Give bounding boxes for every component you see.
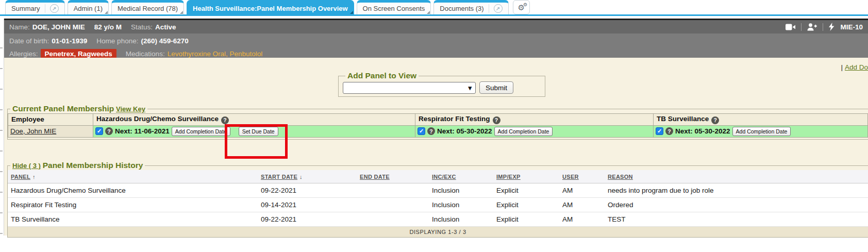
sort-imp-exp-header[interactable]: IMP/EXP	[496, 174, 521, 180]
cell-start: 09-14-2021	[258, 198, 357, 212]
help-icon[interactable]: ?	[665, 127, 673, 135]
history-row: TB Surveillance 09-22-2021 Inclusion Exp…	[8, 212, 868, 227]
status-label: Status:	[131, 23, 153, 31]
pipe-separator: |	[841, 63, 843, 71]
hazardous-set-due-date-button[interactable]: Set Due Date	[239, 127, 278, 136]
cell-imp-exp: Explicit	[493, 212, 559, 227]
respirator-add-completion-date-button[interactable]: Add Completion Date	[494, 127, 553, 136]
view-key-link[interactable]: View Key	[116, 105, 145, 113]
respirator-next-date: 05-30-2022	[457, 127, 492, 135]
history-fieldset: Hide ( 3 ) Panel Membership History PANE…	[7, 161, 868, 238]
hazardous-next-date: 11-06-2021	[135, 127, 170, 135]
chart-tab-bar: Summary ↗ Admin (1) Medical Record (78) …	[0, 0, 868, 16]
column-header-respirator: Respirator Fit Testing?	[415, 114, 654, 126]
respirator-checkbox[interactable]: ✓	[418, 127, 425, 135]
help-icon[interactable]: ?	[105, 127, 113, 135]
sort-start-date-header[interactable]: START DATE	[261, 174, 297, 180]
current-panel-header-row: Employee Hazardous Drug/Chemo Surveillan…	[8, 114, 868, 126]
tab-on-screen-consents[interactable]: On Screen Consents	[357, 0, 431, 14]
tab-health-surveillance[interactable]: Health Surveillance:Panel Membership Ove…	[187, 0, 354, 14]
add-user-icon[interactable]	[807, 23, 817, 31]
tab-medical-record-label: Medical Record (78)	[118, 5, 178, 12]
cell-user: AM	[559, 212, 605, 227]
cell-inc-exc: Inclusion	[429, 183, 493, 198]
respirator-cell: ✓ ? Next: 05-30-2022 Add Completion Date	[415, 125, 654, 137]
tb-next-date: 05-30-2022	[695, 127, 730, 135]
help-icon[interactable]: ?	[221, 116, 229, 124]
tab-settings-button[interactable]: ⚙ ⚙	[513, 0, 530, 14]
cell-inc-exc: Inclusion	[429, 212, 493, 227]
sort-reason-header[interactable]: REASON	[608, 174, 633, 180]
employee-cell: Doe, John MIE	[8, 125, 93, 137]
tab-documents[interactable]: Documents (3) ↗	[433, 0, 508, 14]
cell-panel: Respirator Fit Testing	[8, 198, 258, 212]
cell-imp-exp: Explicit	[493, 183, 559, 198]
sort-up-icon: ↑	[32, 174, 36, 180]
hazardous-checkbox[interactable]: ✓	[95, 127, 103, 135]
hide-history-link[interactable]: Hide ( 3 )	[12, 162, 41, 170]
cell-end	[357, 212, 429, 227]
documents-popout[interactable]: ↗	[489, 4, 503, 13]
left-gutter	[0, 19, 4, 236]
popout-icon: ↗	[50, 4, 59, 13]
column-header-tb: TB Surveillance?	[654, 114, 868, 126]
sort-down-icon: ↓	[299, 174, 303, 180]
tab-summary[interactable]: Summary ↗	[5, 0, 65, 14]
add-panel-select[interactable]: ▾	[343, 82, 476, 94]
chevron-down-icon: ▾	[468, 85, 472, 91]
main-content: |Add Do Add Panel to View ▾ Submit Curre…	[4, 58, 868, 236]
tb-checkbox[interactable]: ✓	[656, 127, 663, 135]
history-table: PANEL↑ START DATE↓ END DATE INC/EXC IMP/…	[8, 170, 868, 237]
paging-status: DISPLAYING 1-3 / 3	[8, 227, 868, 238]
hazardous-cell: ✓ ? Next: 11-06-2021 Add Completion Date…	[93, 125, 415, 137]
cell-start: 09-22-2021	[258, 212, 357, 227]
add-document-row: |Add Do	[841, 63, 868, 71]
history-header-row: PANEL↑ START DATE↓ END DATE INC/EXC IMP/…	[8, 170, 868, 183]
tb-add-completion-date-button[interactable]: Add Completion Date	[732, 127, 791, 136]
divider	[801, 23, 802, 31]
lightning-bolt-icon[interactable]	[829, 23, 834, 31]
cell-inc-exc: Inclusion	[429, 198, 493, 212]
sort-inc-exc-header[interactable]: INC/EXC	[432, 174, 456, 180]
system-id: MIE-10	[840, 23, 863, 31]
history-row: Hazardous Drug/Chemo Surveillance 09-22-…	[8, 183, 868, 198]
tab-documents-label: Documents (3)	[440, 5, 483, 12]
cell-start: 09-22-2021	[258, 183, 357, 198]
patient-name: DOE, JOHN MIE	[32, 23, 85, 31]
cell-end	[357, 183, 429, 198]
help-icon[interactable]: ?	[493, 116, 500, 124]
cell-reason: needs into program due to job role	[605, 183, 868, 198]
cell-panel: TB Surveillance	[8, 212, 258, 227]
medications-label: Medications:	[126, 50, 165, 58]
submit-button[interactable]: Submit	[479, 81, 513, 94]
hazardous-add-completion-date-button[interactable]: Add Completion Date	[172, 127, 230, 136]
cell-end	[357, 198, 429, 212]
tab-on-screen-consents-label: On Screen Consents	[363, 5, 425, 12]
tab-admin[interactable]: Admin (1)	[68, 0, 109, 14]
medications-value[interactable]: Levothyroxine Oral, Penbutolol	[168, 50, 263, 58]
patient-banner-row-1: Name: DOE, JOHN MIE 82 y/o M Status: Act…	[4, 19, 868, 33]
summary-popout[interactable]: ↗	[45, 4, 59, 13]
cell-imp-exp: Explicit	[493, 198, 559, 212]
add-panel-fieldset: Add Panel to View ▾ Submit	[338, 71, 545, 97]
tab-health-surveillance-label: Health Surveillance:Panel Membership Ove…	[193, 5, 348, 12]
history-row: Respirator Fit Testing 09-14-2021 Inclus…	[8, 198, 868, 212]
sort-end-date-header[interactable]: END DATE	[360, 174, 390, 180]
video-camera-icon[interactable]	[786, 24, 795, 30]
patient-phone: (260) 459-6270	[141, 37, 188, 45]
help-icon[interactable]: ?	[711, 116, 719, 124]
current-panel-fieldset: Current Panel Membership View Key Employ…	[7, 104, 868, 140]
tab-medical-record[interactable]: Medical Record (78)	[111, 0, 184, 14]
gears-icon-small: ⚙	[523, 3, 527, 7]
tab-admin-label: Admin (1)	[74, 5, 103, 12]
patient-status: Active	[155, 23, 176, 31]
sort-panel-header[interactable]: PANEL	[11, 174, 30, 180]
allergies-label: Allergies:	[9, 50, 38, 58]
help-icon[interactable]: ?	[427, 127, 435, 135]
current-panel-member-row: Doe, John MIE ✓ ? Next: 11-06-2021 Add C…	[8, 125, 868, 137]
sort-user-header[interactable]: USER	[562, 174, 579, 180]
add-document-link[interactable]: Add Do	[845, 63, 868, 71]
column-header-employee: Employee	[8, 114, 93, 126]
history-legend: Panel Membership History	[43, 161, 143, 170]
employee-link[interactable]: Doe, John MIE	[10, 127, 56, 135]
